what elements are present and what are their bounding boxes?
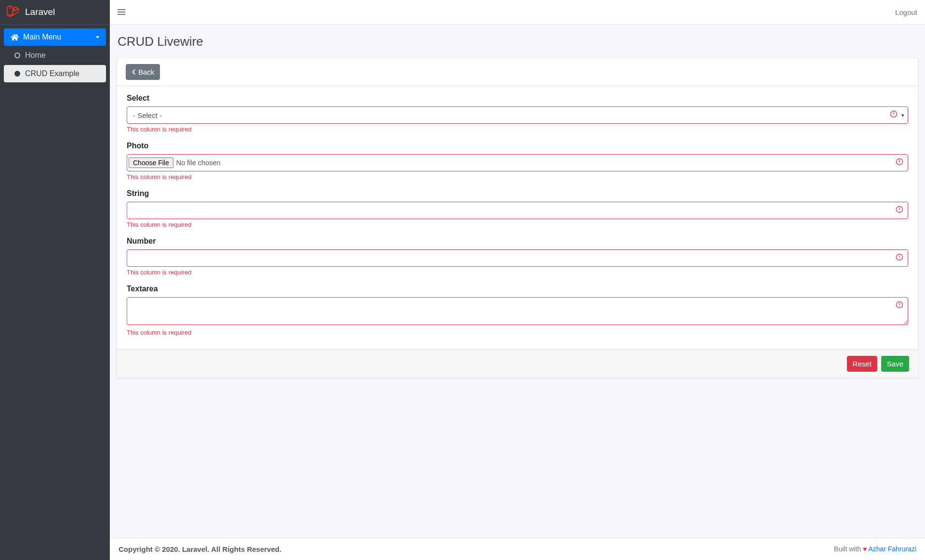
- sidebar-item-label: CRUD Example: [25, 69, 79, 78]
- file-status: No file chosen: [176, 159, 221, 167]
- field-photo: Photo Choose File No file chosen This co…: [127, 142, 908, 181]
- textarea-input[interactable]: [127, 297, 908, 325]
- footer: Copyright © 2020. Laravel. All Rights Re…: [110, 538, 925, 560]
- sidebar-item-label: Home: [25, 51, 46, 60]
- laravel-logo-icon: [6, 4, 20, 20]
- card-body: Select - Select - ▾ This column is requi…: [117, 86, 918, 350]
- error-text: This column is required: [127, 173, 908, 181]
- photo-input[interactable]: Choose File No file chosen: [127, 154, 908, 171]
- brand-name: Laravel: [25, 7, 55, 17]
- string-label: String: [127, 189, 908, 198]
- chevron-left-icon: [132, 69, 136, 75]
- brand[interactable]: Laravel: [0, 0, 110, 25]
- error-text: This column is required: [127, 221, 908, 228]
- choose-file-button[interactable]: Choose File: [129, 157, 173, 168]
- number-input[interactable]: [127, 249, 908, 267]
- circle-icon: [14, 52, 20, 58]
- page-title: CRUD Livewire: [118, 34, 918, 49]
- field-string: String This column is required: [127, 189, 908, 228]
- field-textarea: Textarea This column is required: [127, 285, 908, 336]
- back-button[interactable]: Back: [126, 64, 160, 80]
- sidebar-item-crud-example[interactable]: CRUD Example: [4, 65, 106, 82]
- select-input[interactable]: - Select -: [127, 106, 908, 124]
- topbar: Logout: [110, 0, 925, 25]
- number-label: Number: [127, 237, 908, 246]
- chevron-down-icon: [95, 33, 100, 41]
- save-button[interactable]: Save: [881, 356, 909, 372]
- card-footer: Reset Save: [117, 350, 918, 378]
- hamburger-icon[interactable]: [118, 8, 125, 16]
- logout-link[interactable]: Logout: [895, 8, 917, 16]
- main: Logout CRUD Livewire Back Select - Selec…: [110, 0, 925, 560]
- error-text: This column is required: [127, 269, 908, 276]
- string-input[interactable]: [127, 202, 908, 219]
- reset-button[interactable]: Reset: [847, 356, 877, 372]
- field-number: Number This column is required: [127, 237, 908, 276]
- sidebar-main-label: Main Menu: [23, 33, 61, 41]
- home-solid-icon: [10, 34, 19, 41]
- textarea-label: Textarea: [127, 285, 908, 293]
- footer-credits: Built with ♥ Azhar Fahrurazi: [834, 545, 916, 553]
- footer-copyright: Copyright © 2020. Laravel. All Rights Re…: [119, 545, 281, 553]
- heart-icon: ♥: [863, 545, 867, 553]
- sidebar-item-main-menu[interactable]: Main Menu: [4, 28, 106, 46]
- field-select: Select - Select - ▾ This column is requi…: [127, 94, 908, 133]
- author-link[interactable]: Azhar Fahrurazi: [868, 545, 916, 553]
- error-text: This column is required: [127, 329, 908, 336]
- card-header: Back: [117, 58, 918, 86]
- sidebar: Laravel Main Menu Home CRUD Example: [0, 0, 110, 560]
- sidebar-item-home[interactable]: Home: [4, 47, 106, 64]
- photo-label: Photo: [127, 142, 908, 150]
- error-text: This column is required: [127, 126, 908, 133]
- select-label: Select: [127, 94, 908, 103]
- form-card: Back Select - Select - ▾ This c: [117, 58, 918, 378]
- content: CRUD Livewire Back Select - Select -: [110, 25, 925, 538]
- circle-filled-icon: [14, 71, 20, 77]
- back-button-label: Back: [138, 67, 154, 77]
- sidebar-nav: Main Menu Home CRUD Example: [0, 25, 110, 87]
